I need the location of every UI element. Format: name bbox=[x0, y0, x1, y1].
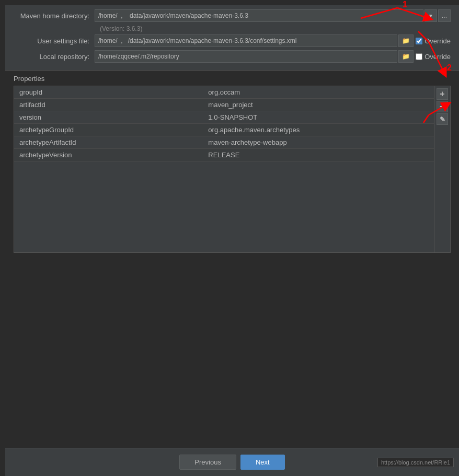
maven-home-dropdown-btn[interactable]: ▼ bbox=[424, 9, 437, 22]
property-key: archetypeGroupId bbox=[14, 124, 203, 136]
previous-button[interactable]: Previous bbox=[179, 455, 236, 470]
property-value: org.apache.maven.archetypes bbox=[203, 124, 434, 136]
local-repo-input[interactable] bbox=[95, 50, 397, 63]
user-settings-label: User settings file: bbox=[14, 37, 95, 45]
property-key: archetypeVersion bbox=[14, 149, 203, 161]
add-property-btn[interactable]: + bbox=[437, 88, 448, 100]
property-key: groupId bbox=[14, 86, 203, 99]
property-key: artifactId bbox=[14, 99, 203, 111]
local-repo-browse-btn[interactable]: 📁 bbox=[398, 50, 414, 63]
property-value: maven_project bbox=[203, 99, 434, 111]
table-row[interactable]: artifactIdmaven_project bbox=[14, 99, 434, 111]
bottom-spacer bbox=[5, 261, 459, 448]
properties-title: Properties bbox=[14, 75, 451, 83]
maven-version-text: (Version: 3.6.3) bbox=[14, 25, 451, 32]
url-bar: https://blog.csdn.net/RRie1 bbox=[377, 458, 454, 467]
maven-home-input[interactable] bbox=[95, 9, 423, 22]
remove-property-btn[interactable]: − bbox=[437, 101, 448, 112]
footer: Previous Next https://blog.csdn.net/RRie… bbox=[5, 448, 459, 476]
local-repo-override-label[interactable]: Override bbox=[416, 53, 451, 61]
properties-table: groupIdorg.occamartifactIdmaven_projectv… bbox=[14, 86, 434, 252]
local-repo-override-checkbox[interactable] bbox=[416, 53, 422, 60]
table-row[interactable]: archetypeVersionRELEASE bbox=[14, 149, 434, 161]
next-button[interactable]: Next bbox=[240, 455, 285, 470]
local-repo-label: Local repository: bbox=[14, 53, 95, 61]
user-settings-browse-btn[interactable]: 📁 bbox=[398, 34, 414, 47]
properties-table-wrapper: groupIdorg.occamartifactIdmaven_projectv… bbox=[14, 86, 451, 253]
maven-home-browse-btn[interactable]: ... bbox=[438, 9, 451, 22]
table-row[interactable]: archetypeGroupIdorg.apache.maven.archety… bbox=[14, 124, 434, 136]
property-value: 1.0-SNAPSHOT bbox=[203, 111, 434, 124]
maven-home-label: Maven home directory: bbox=[14, 12, 95, 20]
table-actions: + − ✎ bbox=[434, 86, 450, 252]
property-value: maven-archetype-webapp bbox=[203, 136, 434, 149]
user-settings-override-checkbox[interactable] bbox=[416, 38, 422, 44]
property-value: RELEASE bbox=[203, 149, 434, 161]
user-settings-override-label[interactable]: Override bbox=[416, 37, 451, 45]
property-key: version bbox=[14, 111, 203, 124]
edit-property-btn[interactable]: ✎ bbox=[437, 113, 448, 125]
user-settings-input[interactable] bbox=[95, 34, 397, 47]
table-row[interactable]: groupIdorg.occam bbox=[14, 86, 434, 99]
table-row[interactable]: archetypeArtifactIdmaven-archetype-webap… bbox=[14, 136, 434, 149]
table-row[interactable]: version1.0-SNAPSHOT bbox=[14, 111, 434, 124]
property-key: archetypeArtifactId bbox=[14, 136, 203, 149]
property-value: org.occam bbox=[203, 86, 434, 99]
